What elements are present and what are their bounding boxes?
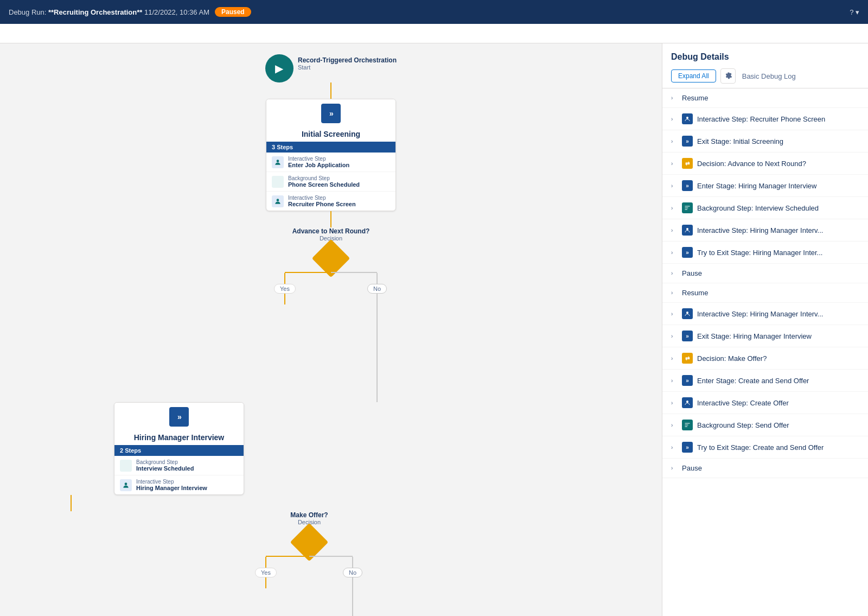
hiring-stage-header: »: [114, 403, 244, 431]
debug-item-3[interactable]: › ⇄ Decision: Advance to Next Round?: [662, 153, 868, 175]
debug-item-15[interactable]: › Background Step: Send Offer: [662, 414, 868, 436]
debug-item-8[interactable]: › Pause: [662, 264, 868, 283]
title-prefix: Debug Run:: [9, 8, 48, 16]
step-info-1: Interactive Step Enter Job Application: [288, 156, 349, 168]
chevron-right-icon: ›: [671, 355, 678, 361]
debug-panel-header: Debug Details Expand All Basic Debug Log: [662, 43, 868, 88]
chevron-right-icon: ›: [671, 444, 678, 450]
debug-item-2[interactable]: › » Exit Stage: Initial Screening: [662, 130, 868, 153]
hiring-step-1: Background Step Interview Scheduled: [114, 456, 244, 475]
decision-1-title: Advance to Next Round?: [292, 227, 370, 235]
debug-item-13[interactable]: › » Enter Stage: Create and Send Offer: [662, 370, 868, 392]
chevron-right-icon: ›: [671, 333, 678, 339]
debug-label-9: Resume: [682, 289, 708, 297]
step-name-2: Phone Screen Scheduled: [288, 181, 360, 188]
interactive-icon-10: [682, 308, 693, 319]
initial-screening-stage[interactable]: » Initial Screening 3 Steps Interactive …: [266, 99, 396, 211]
chevron-right-icon: ›: [671, 227, 678, 233]
canvas-scroll: ▶ Record-Triggered Orchestration Start: [11, 54, 651, 616]
exit-stage-icon-11: »: [682, 331, 693, 341]
gear-button[interactable]: [720, 68, 736, 84]
start-node-label: Record-Triggered Orchestration Start: [298, 54, 397, 71]
debug-item-16[interactable]: › » Try to Exit Stage: Create and Send O…: [662, 436, 868, 459]
svg-point-7: [686, 401, 688, 403]
decision-icon-12: ⇄: [682, 353, 693, 364]
yes-label-1: Yes: [274, 284, 296, 294]
debug-label-6: Interactive Step: Hiring Manager Interv.…: [697, 226, 823, 234]
hiring-stage-container: » Hiring Manager Interview 2 Steps Ba: [157, 402, 244, 495]
diamond-1[interactable]: [317, 245, 344, 272]
yes-branch-1: Yes: [239, 272, 331, 304]
exit-stage-icon-2: »: [682, 136, 693, 147]
no-label-2: No: [343, 568, 362, 577]
step-name-1: Enter Job Application: [288, 162, 349, 168]
stage-icon: »: [321, 104, 341, 123]
debug-item-0[interactable]: › Resume: [662, 88, 868, 108]
start-node[interactable]: ▶: [265, 54, 293, 82]
hiring-manager-stage[interactable]: » Hiring Manager Interview 2 Steps Ba: [114, 402, 244, 495]
chevron-right-icon: ›: [671, 250, 678, 256]
expand-all-button[interactable]: Expand All: [671, 69, 716, 82]
debug-item-4[interactable]: › » Enter Stage: Hiring Manager Intervie…: [662, 175, 868, 197]
debug-items-list: › Resume › Interactive Step: Recruiter P…: [662, 88, 868, 616]
paused-badge: Paused: [215, 7, 251, 17]
debug-item-14[interactable]: › Interactive Step: Create Offer: [662, 392, 868, 414]
stage-title: Initial Screening: [266, 128, 395, 142]
decision-2-title: Make Offer?: [290, 511, 328, 519]
chevron-right-icon: ›: [671, 270, 678, 276]
decision-1-container: Advance to Next Round? Decision: [222, 227, 439, 402]
debug-item-6[interactable]: › Interactive Step: Hiring Manager Inter…: [662, 219, 868, 242]
debug-item-9[interactable]: › Resume: [662, 283, 868, 303]
debug-item-12[interactable]: › ⇄ Decision: Make Offer?: [662, 347, 868, 370]
hiring-step-name-1: Interview Scheduled: [136, 465, 194, 472]
svg-point-6: [686, 312, 688, 314]
exit-stage-icon-7: »: [682, 247, 693, 258]
step-item-1: Interactive Step Enter Job Application: [266, 153, 395, 172]
interactive-icon-14: [682, 397, 693, 408]
debug-panel-title: Debug Details: [671, 52, 859, 62]
help-icon[interactable]: ?: [850, 8, 853, 16]
interactive-step-icon-3: [272, 195, 284, 207]
debug-item-17[interactable]: › Pause: [662, 459, 868, 478]
double-arrow-icon-2: »: [177, 412, 181, 421]
debug-item-7[interactable]: › » Try to Exit Stage: Hiring Manager In…: [662, 242, 868, 264]
debug-item-10[interactable]: › Interactive Step: Hiring Manager Inter…: [662, 303, 868, 325]
title-main: **Recruiting Orchestration**: [48, 8, 142, 16]
no-branch-1: No: [331, 272, 423, 402]
background-step-icon-15: [682, 420, 693, 430]
step-type-1: Interactive Step: [288, 156, 349, 162]
sub-header: [0, 24, 868, 43]
debug-label-15: Background Step: Send Offer: [697, 421, 789, 429]
hiring-step-2: Interactive Step Hiring Manager Intervie…: [114, 475, 244, 494]
no-connector-v: [376, 273, 378, 284]
debug-label-0: Resume: [682, 94, 708, 102]
debug-run-title: Debug Run: **Recruiting Orchestration** …: [9, 8, 209, 16]
debug-label-17: Pause: [682, 464, 702, 472]
play-icon: ▶: [275, 62, 283, 75]
yes-connector-v2: [284, 294, 285, 304]
hiring-stage-icon: »: [169, 407, 189, 427]
exit-stage-icon-4: »: [682, 180, 693, 191]
help-button[interactable]: ? ▾: [850, 8, 859, 16]
chevron-right-icon: ›: [671, 378, 678, 384]
svg-point-0: [277, 160, 279, 162]
chevron-right-icon: ›: [671, 95, 678, 101]
chevron-right-icon: ›: [671, 205, 678, 211]
main-container: ▶ Record-Triggered Orchestration Start: [0, 43, 868, 616]
decision-2-container: Make Offer? Decision: [201, 511, 418, 616]
debug-item-11[interactable]: › » Exit Stage: Hiring Manager Interview: [662, 325, 868, 347]
branch-row-1: Yes No: [239, 272, 423, 402]
step-item-2: Background Step Phone Screen Scheduled: [266, 172, 395, 192]
hiring-step-info-2: Interactive Step Hiring Manager Intervie…: [136, 479, 207, 491]
yes-branch-2: Yes: [222, 556, 309, 588]
debug-label-14: Interactive Step: Create Offer: [697, 399, 789, 407]
yes-connector-v: [284, 273, 285, 284]
branch-row-2: Yes No: [222, 556, 396, 616]
no-connector-long: [376, 294, 378, 402]
debug-item-5[interactable]: › Background Step: Interview Scheduled: [662, 197, 868, 219]
debug-label-3: Decision: Advance to Next Round?: [697, 160, 806, 168]
debug-label-12: Decision: Make Offer?: [697, 354, 767, 363]
debug-item-1[interactable]: › Interactive Step: Recruiter Phone Scre…: [662, 108, 868, 130]
step-item-3: Interactive Step Recruiter Phone Screen: [266, 192, 395, 211]
diamond-2[interactable]: [296, 529, 323, 556]
